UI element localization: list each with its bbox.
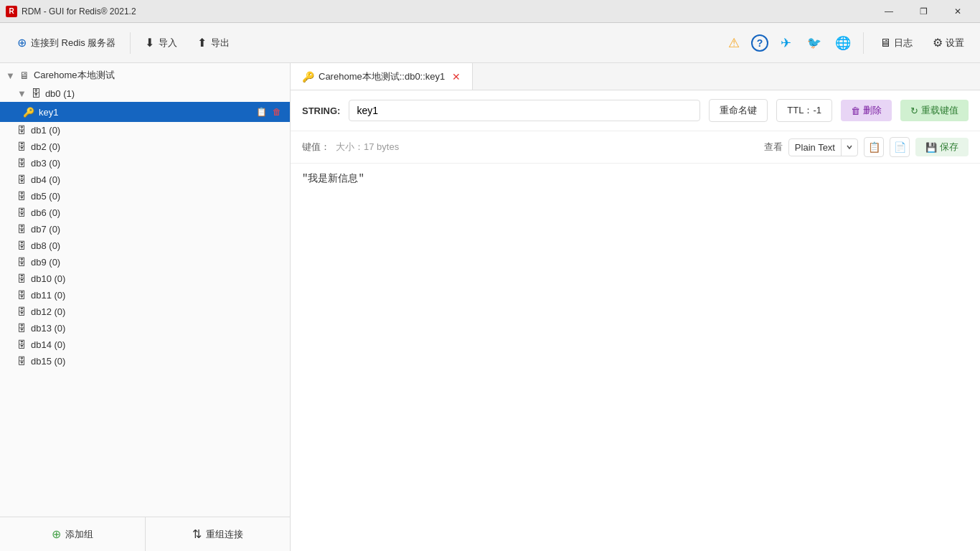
content-area: 🔑 Carehome本地测试::db0::key1 ✕ STRING: 重命名键… bbox=[291, 63, 980, 551]
ttl-button[interactable]: TTL：-1 bbox=[776, 99, 832, 122]
sidebar-item-db12[interactable]: 🗄 db12 (0) bbox=[0, 303, 290, 320]
sidebar-item-db2[interactable]: 🗄 db2 (0) bbox=[0, 138, 290, 155]
twitter-icon[interactable]: 🐦 bbox=[803, 32, 826, 55]
export-icon: ⬆ bbox=[197, 36, 207, 50]
sidebar-item-db9[interactable]: 🗄 db9 (0) bbox=[0, 254, 290, 270]
sidebar-item-db10[interactable]: 🗄 db10 (0) bbox=[0, 270, 290, 287]
paste-value-button[interactable]: 📄 bbox=[890, 137, 910, 157]
value-textarea[interactable] bbox=[302, 172, 969, 542]
db14-icon: 🗄 bbox=[17, 339, 27, 350]
save-icon: 💾 bbox=[925, 142, 937, 153]
sidebar-item-db1[interactable]: 🗄 db1 (0) bbox=[0, 122, 290, 138]
db8-icon: 🗄 bbox=[17, 240, 27, 251]
view-mode-chevron[interactable] bbox=[841, 139, 857, 156]
reconnect-button[interactable]: ⇅ 重组连接 bbox=[146, 517, 291, 551]
reconnect-label: 重组连接 bbox=[206, 528, 243, 541]
sidebar-item-db15[interactable]: 🗄 db15 (0) bbox=[0, 353, 290, 369]
reload-label: 重载键值 bbox=[921, 104, 958, 117]
db12-icon: 🗄 bbox=[17, 306, 27, 317]
maximize-button[interactable]: ❐ bbox=[907, 0, 940, 23]
value-label: 键值： bbox=[302, 141, 330, 154]
import-button[interactable]: ⬇ 导入 bbox=[136, 32, 186, 54]
sidebar-item-db14[interactable]: 🗄 db14 (0) bbox=[0, 336, 290, 353]
db5-label: db5 (0) bbox=[31, 191, 284, 202]
add-group-button[interactable]: ⊕ 添加组 bbox=[0, 517, 145, 551]
key1-delete-btn[interactable]: 🗑 bbox=[270, 105, 284, 119]
save-button[interactable]: 💾 保存 bbox=[915, 138, 969, 156]
key-icon: 🔑 bbox=[23, 107, 34, 118]
sidebar-item-db13[interactable]: 🗄 db13 (0) bbox=[0, 320, 290, 336]
save-label: 保存 bbox=[940, 141, 958, 154]
sidebar-footer: ⊕ 添加组 ⇅ 重组连接 bbox=[0, 517, 290, 551]
rename-key-button[interactable]: 重命名键 bbox=[709, 99, 768, 122]
sidebar-item-db0[interactable]: ▼ 🗄 db0 (1) bbox=[0, 85, 290, 102]
connect-label: 连接到 Redis 服务器 bbox=[31, 37, 116, 50]
reload-icon: ↻ bbox=[910, 105, 918, 116]
sidebar-item-server[interactable]: ▼ 🖥 Carehome本地测试 bbox=[0, 66, 290, 85]
delete-icon: 🗑 bbox=[851, 105, 860, 116]
db10-icon: 🗄 bbox=[17, 273, 27, 284]
key1-label: key1 bbox=[39, 107, 254, 118]
value-row: 键值： 大小：17 bytes 查看 Plain Text 📋 📄 💾 保存 bbox=[291, 131, 980, 164]
db13-label: db13 (0) bbox=[31, 323, 284, 334]
toolbar-separator-2 bbox=[863, 32, 864, 54]
tab-close-icon[interactable]: ✕ bbox=[452, 71, 461, 83]
db8-label: db8 (0) bbox=[31, 240, 284, 251]
delete-label: 删除 bbox=[863, 104, 882, 117]
connect-icon: ⊕ bbox=[17, 36, 27, 50]
reload-button[interactable]: ↻ 重载键值 bbox=[900, 100, 969, 121]
main-layout: ▼ 🖥 Carehome本地测试 ▼ 🗄 db0 (1) 🔑 key1 📋 🗑 bbox=[0, 63, 980, 551]
sidebar-item-db5[interactable]: 🗄 db5 (0) bbox=[0, 188, 290, 204]
sidebar-item-key1[interactable]: 🔑 key1 📋 🗑 bbox=[0, 102, 290, 122]
key-editor-header: STRING: 重命名键 TTL：-1 🗑 删除 ↻ 重载键值 bbox=[291, 90, 980, 131]
sidebar: ▼ 🖥 Carehome本地测试 ▼ 🗄 db0 (1) 🔑 key1 📋 🗑 bbox=[0, 63, 291, 551]
import-icon: ⬇ bbox=[145, 36, 154, 50]
server-name: Carehome本地测试 bbox=[34, 69, 284, 82]
sidebar-item-db11[interactable]: 🗄 db11 (0) bbox=[0, 287, 290, 303]
sidebar-item-db4[interactable]: 🗄 db4 (0) bbox=[0, 171, 290, 188]
copy-value-button[interactable]: 📋 bbox=[864, 137, 884, 157]
db4-label: db4 (0) bbox=[31, 174, 284, 185]
db15-icon: 🗄 bbox=[17, 356, 27, 367]
warning-icon[interactable]: ⚠ bbox=[722, 32, 745, 55]
export-label: 导出 bbox=[211, 37, 230, 50]
db7-icon: 🗄 bbox=[17, 224, 27, 235]
type-badge: STRING: bbox=[302, 105, 340, 116]
import-label: 导入 bbox=[159, 37, 177, 50]
title-bar: R RDM - GUI for Redis® 2021.2 — ❐ ✕ bbox=[0, 0, 980, 23]
export-button[interactable]: ⬆ 导出 bbox=[189, 32, 238, 54]
key1-copy-btn[interactable]: 📋 bbox=[254, 105, 268, 119]
tab-key1[interactable]: 🔑 Carehome本地测试::db0::key1 ✕ bbox=[291, 63, 473, 90]
globe-icon[interactable]: 🌐 bbox=[831, 32, 854, 55]
log-button[interactable]: 🖥 日志 bbox=[872, 34, 920, 52]
db9-icon: 🗄 bbox=[17, 257, 27, 268]
tab-title: Carehome本地测试::db0::key1 bbox=[319, 70, 445, 83]
settings-button[interactable]: ⚙ 设置 bbox=[925, 33, 971, 52]
settings-icon: ⚙ bbox=[933, 36, 943, 50]
sidebar-item-db3[interactable]: 🗄 db3 (0) bbox=[0, 155, 290, 171]
view-mode-select[interactable]: Plain Text bbox=[788, 138, 858, 156]
close-button[interactable]: ✕ bbox=[941, 0, 974, 23]
log-label: 日志 bbox=[894, 37, 913, 50]
db9-label: db9 (0) bbox=[31, 257, 284, 268]
window-controls: — ❐ ✕ bbox=[872, 0, 974, 23]
db6-icon: 🗄 bbox=[17, 207, 27, 218]
telegram-icon[interactable]: ✈ bbox=[774, 32, 797, 55]
minimize-button[interactable]: — bbox=[872, 0, 905, 23]
server-expand-icon: ▼ bbox=[6, 70, 15, 81]
db5-icon: 🗄 bbox=[17, 191, 27, 202]
delete-button[interactable]: 🗑 删除 bbox=[841, 100, 892, 121]
db15-label: db15 (0) bbox=[31, 356, 284, 367]
view-mode-text: Plain Text bbox=[789, 139, 841, 156]
view-label: 查看 bbox=[764, 141, 783, 154]
sidebar-item-db6[interactable]: 🗄 db6 (0) bbox=[0, 204, 290, 221]
add-group-label: 添加组 bbox=[65, 528, 93, 541]
sidebar-item-db7[interactable]: 🗄 db7 (0) bbox=[0, 221, 290, 237]
key-name-input[interactable] bbox=[349, 100, 700, 121]
db4-icon: 🗄 bbox=[17, 174, 27, 185]
db0-label: db0 (1) bbox=[45, 88, 284, 99]
connect-button[interactable]: ⊕ 连接到 Redis 服务器 bbox=[9, 32, 124, 54]
add-group-icon: ⊕ bbox=[52, 527, 61, 541]
sidebar-item-db8[interactable]: 🗄 db8 (0) bbox=[0, 237, 290, 254]
help-icon[interactable]: ? bbox=[751, 34, 768, 52]
